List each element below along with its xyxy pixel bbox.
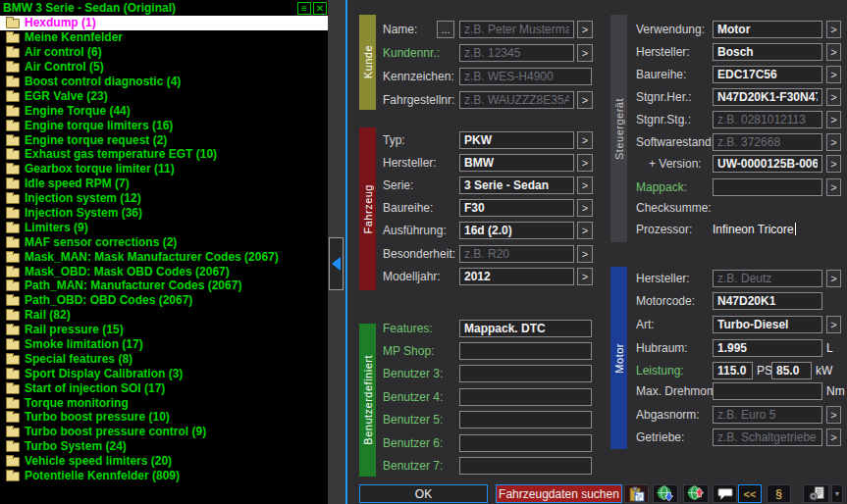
art-input[interactable] (713, 316, 822, 333)
collapse-left-icon (332, 257, 341, 271)
collapse-handle[interactable] (329, 237, 344, 290)
hubraum-input[interactable] (713, 339, 822, 357)
version-label: + Version: (649, 155, 702, 173)
prozessor-value[interactable]: Infineon Tricore (713, 221, 796, 238)
tree-item[interactable]: Turbo boost pressure control (9) (0, 425, 328, 439)
folder-icon (6, 77, 20, 87)
legal-paragraph-button[interactable]: § (767, 484, 791, 503)
tree-item[interactable]: Hexdump (1) (0, 16, 328, 30)
tree-item[interactable]: Idle speed RPM (7) (0, 176, 328, 191)
search-vehicle-data-button[interactable]: Fahrzeugdaten suchen (496, 484, 622, 503)
max-drehmom-label: Max. Drehmom. (636, 382, 719, 400)
tree-item[interactable]: Air control (6) (0, 45, 328, 60)
leistung-ps-input[interactable] (713, 362, 753, 379)
tree-item[interactable]: Injection System (36) (0, 206, 328, 221)
max-drehmom-input[interactable] (713, 382, 822, 400)
comment-button[interactable] (713, 484, 737, 503)
tree-item[interactable]: Turbo boost pressure (10) (0, 410, 328, 425)
checksumme-label: Checksumme: (636, 199, 712, 217)
motorcode-label: Motorcode: (636, 292, 695, 310)
tree-item[interactable]: Gearbox torque limiter (11) (0, 162, 328, 176)
motor-hersteller-arrow-button[interactable]: > (826, 270, 841, 287)
tree-item[interactable]: Sport Display Calibration (3) (0, 366, 328, 380)
stg-hersteller-arrow-button[interactable]: > (826, 43, 841, 61)
tree-item[interactable]: Path_OBD: OBD Codes (2067) (0, 293, 328, 308)
besonderheit-label: Besonderheit: (383, 245, 455, 263)
tree-item[interactable]: Turbo System (24) (0, 439, 328, 454)
folder-icon (6, 209, 20, 219)
tree-item[interactable]: Start of injection SOI (17) (0, 380, 328, 395)
getriebe-input[interactable] (713, 428, 822, 446)
mappack-arrow-button[interactable]: > (826, 178, 841, 196)
folder-icon (6, 179, 20, 189)
tree-item[interactable]: Air Control (5) (0, 60, 328, 75)
benutzer7-input[interactable] (459, 457, 592, 475)
folder-icon (6, 326, 20, 335)
map-tree-panel: BMW 3 Serie - Sedan (Original) ≡ ✕ Hexdu… (0, 0, 328, 504)
tree-item[interactable]: EGR Valve (23) (0, 88, 328, 103)
besonderheit-arrow-button[interactable]: > (577, 245, 593, 263)
tree-item[interactable]: Special features (8) (0, 351, 328, 366)
mappack-input[interactable] (713, 178, 822, 196)
version-arrow-button[interactable]: > (826, 155, 841, 173)
tree-item[interactable]: Potentielle Kennfelder (809) (0, 469, 328, 483)
close-icon[interactable]: ✕ (313, 2, 327, 15)
upload-button[interactable] (683, 484, 709, 503)
tree-item[interactable]: Limiters (9) (0, 220, 328, 234)
folder-icon (6, 63, 20, 73)
collapse-dialog-button[interactable]: << (738, 484, 762, 503)
folder-icon (6, 457, 20, 467)
download-button[interactable] (653, 484, 678, 503)
tree-item[interactable]: Mask_OBD: Mask OBD Codes (2067) (0, 264, 328, 278)
stg-hersteller-label: Hersteller: (636, 43, 690, 61)
panel-splitter[interactable] (328, 0, 345, 504)
tree-item[interactable]: MAF sensor corrections (2) (0, 234, 328, 249)
abgasnorm-input[interactable] (713, 406, 822, 424)
tree-item[interactable]: Smoke limitation (17) (0, 337, 328, 352)
folder-icon (6, 428, 20, 437)
tree-item[interactable]: Injection system (12) (0, 191, 328, 206)
verwendung-arrow-button[interactable]: > (826, 21, 841, 38)
art-arrow-button[interactable]: > (826, 316, 841, 333)
softwarestand-input[interactable] (713, 133, 822, 151)
stgnr-her-arrow-button[interactable]: > (826, 88, 841, 106)
softwarestand-label: Softwarestand: (636, 133, 715, 151)
motorcode-input[interactable] (713, 292, 822, 310)
tree-item[interactable]: Path_MAN: Manufacturer Codes (2067) (0, 278, 328, 293)
stgnr-her-input[interactable] (713, 88, 822, 106)
tree-item[interactable]: Vehicle speed limiters (20) (0, 454, 328, 469)
tree-item[interactable]: Engine torque request (2) (0, 132, 328, 147)
settings-document-button[interactable] (803, 484, 829, 503)
tree-item[interactable]: Engine torque limiters (16) (0, 118, 328, 132)
stg-baureihe-arrow-button[interactable]: > (826, 66, 841, 83)
folder-icon (6, 296, 20, 306)
stgnr-stg-arrow-button[interactable]: > (826, 111, 841, 128)
tree-item[interactable]: Engine Torque (44) (0, 103, 328, 118)
dropdown-arrow-button[interactable]: ▾ (831, 484, 843, 503)
art-label: Art: (636, 316, 655, 333)
stg-baureihe-input[interactable] (713, 66, 822, 83)
folder-icon (6, 340, 20, 350)
motor-hersteller-input[interactable] (713, 270, 822, 287)
tree-item[interactable]: Torque monitoring (0, 395, 328, 410)
besonderheit-input[interactable] (459, 245, 574, 263)
softwarestand-arrow-button[interactable]: > (826, 133, 841, 151)
getriebe-arrow-button[interactable]: > (826, 428, 841, 446)
tree-item[interactable]: Boost control diagnostic (4) (0, 75, 328, 89)
abgasnorm-arrow-button[interactable]: > (826, 406, 841, 424)
ok-button[interactable]: OK (359, 484, 488, 503)
tree-item[interactable]: Rail pressure (15) (0, 323, 328, 337)
tree-item[interactable]: Rail (82) (0, 308, 328, 323)
verwendung-input[interactable] (713, 21, 822, 38)
tree-item[interactable]: Meine Kennfelder (0, 30, 328, 45)
tree-item[interactable]: Exhaust gas temperature EGT (10) (0, 147, 328, 162)
menu-icon[interactable]: ≡ (297, 2, 311, 15)
tree-titlebar: BMW 3 Serie - Sedan (Original) ≡ ✕ (0, 0, 328, 16)
stg-hersteller-input[interactable] (713, 43, 822, 61)
stgnr-stg-input[interactable] (713, 111, 822, 128)
leistung-kw-input[interactable] (771, 362, 812, 379)
version-input[interactable] (713, 155, 822, 173)
tree-item[interactable]: Mask_MAN: Mask Manufacturer Codes (2067) (0, 249, 328, 264)
clipboard-paste-button[interactable] (624, 484, 649, 503)
folder-icon (6, 107, 20, 117)
